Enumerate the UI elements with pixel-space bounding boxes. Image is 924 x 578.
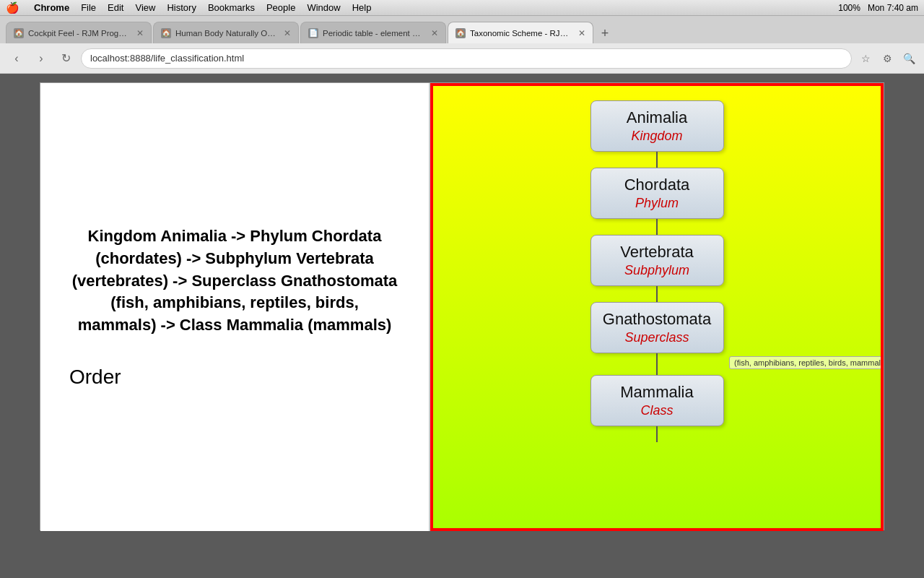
taxon-rank-chordata: Phylum: [601, 196, 713, 211]
taxon-name-chordata: Chordata: [601, 176, 713, 194]
menu-edit[interactable]: Edit: [108, 2, 123, 13]
taxon-rank-mammalia: Class: [601, 403, 713, 418]
tab-label-4: Taxonomic Scheme - RJM Pro...: [470, 29, 571, 38]
left-panel: Kingdom Animalia -> Phylum Chordata (cho…: [40, 83, 430, 531]
page-container: Kingdom Animalia -> Phylum Chordata (cho…: [40, 82, 884, 530]
connector-3: [656, 286, 658, 302]
tab-favicon-2: 🏠: [161, 28, 171, 38]
search-icon[interactable]: 🔍: [901, 51, 917, 66]
taxonomy-chain: Animalia Kingdom Chordata Phylum Vertebr…: [448, 100, 866, 442]
apple-menu[interactable]: 🍎: [6, 1, 19, 14]
taxon-gnathostomata[interactable]: Gnathostomata Superclass: [590, 302, 724, 353]
back-button[interactable]: ‹: [7, 49, 26, 68]
taxon-vertebrata[interactable]: Vertebrata Subphylum: [590, 235, 724, 286]
taxon-name-animalia: Animalia: [601, 108, 713, 127]
menu-help[interactable]: Help: [352, 2, 372, 13]
tab-cockpit[interactable]: 🏠 Cockpit Feel - RJM Programmi... ✕: [6, 22, 152, 43]
tab-close-3[interactable]: ✕: [431, 28, 438, 38]
connector-2: [656, 219, 658, 235]
tab-favicon-1: 🏠: [14, 28, 24, 38]
taxon-chordata[interactable]: Chordata Phylum: [590, 168, 724, 219]
taxon-animalia[interactable]: Animalia Kingdom: [590, 100, 724, 152]
menu-people[interactable]: People: [266, 2, 295, 13]
menu-window[interactable]: Window: [307, 2, 340, 13]
taxon-rank-gnathostomata: Superclass: [601, 330, 713, 345]
menu-history[interactable]: History: [167, 2, 196, 13]
tab-close-2[interactable]: ✕: [284, 28, 291, 38]
tab-bar: 🏠 Cockpit Feel - RJM Programmi... ✕ 🏠 Hu…: [0, 16, 924, 43]
taxon-name-gnathostomata: Gnathostomata: [601, 310, 713, 329]
connector-5: [656, 426, 658, 442]
battery-indicator: 100%: [838, 3, 860, 13]
menubar-right: 100% Mon 7:40 am: [838, 3, 918, 13]
reload-button[interactable]: ↻: [56, 49, 75, 68]
address-bar-icons: ☆ ⚙ 🔍: [858, 51, 917, 66]
tab-favicon-3: 📄: [308, 28, 318, 38]
address-bar: ‹ › ↻ ☆ ⚙ 🔍: [0, 43, 924, 74]
menu-file[interactable]: File: [81, 2, 96, 13]
tab-human-body[interactable]: 🏠 Human Body Naturally Occurri... ✕: [153, 22, 299, 43]
menu-chrome[interactable]: Chrome: [34, 2, 69, 13]
menu-bookmarks[interactable]: Bookmarks: [208, 2, 255, 13]
settings-icon[interactable]: ⚙: [879, 51, 895, 66]
menu-view[interactable]: View: [135, 2, 155, 13]
clock: Mon 7:40 am: [868, 3, 918, 13]
order-label: Order: [69, 366, 121, 389]
menubar: 🍎 Chrome File Edit View History Bookmark…: [0, 0, 924, 16]
classification-text: Kingdom Animalia -> Phylum Chordata (cho…: [69, 225, 400, 337]
content-area: Kingdom Animalia -> Phylum Chordata (cho…: [0, 74, 924, 578]
tab-label-1: Cockpit Feel - RJM Programmi...: [28, 29, 129, 38]
taxon-rank-animalia: Kingdom: [601, 129, 713, 144]
connector-4: [656, 353, 658, 375]
gnathostomata-note: (fish, amphibians, reptiles, birds, mamm…: [729, 356, 884, 369]
tab-periodic[interactable]: 📄 Periodic table - element data ✕: [300, 22, 446, 43]
tab-taxonomic[interactable]: 🏠 Taxonomic Scheme - RJM Pro... ✕: [448, 22, 593, 43]
new-tab-button[interactable]: +: [595, 23, 615, 43]
tab-close-1[interactable]: ✕: [136, 28, 144, 38]
tab-label-3: Periodic table - element data: [323, 29, 424, 38]
tab-close-4[interactable]: ✕: [578, 28, 585, 38]
taxon-rank-vertebrata: Subphylum: [601, 263, 713, 278]
right-panel: Animalia Kingdom Chordata Phylum Vertebr…: [430, 83, 884, 531]
tab-favicon-4: 🏠: [456, 28, 466, 38]
address-input[interactable]: [81, 48, 852, 69]
bookmark-star-icon[interactable]: ☆: [858, 51, 873, 66]
connector-1: [656, 152, 658, 168]
taxon-mammalia[interactable]: Mammalia Class: [590, 375, 724, 426]
forward-button[interactable]: ›: [32, 49, 51, 68]
taxon-name-mammalia: Mammalia: [601, 383, 713, 402]
taxon-name-vertebrata: Vertebrata: [601, 243, 713, 262]
tab-label-2: Human Body Naturally Occurri...: [175, 29, 276, 38]
